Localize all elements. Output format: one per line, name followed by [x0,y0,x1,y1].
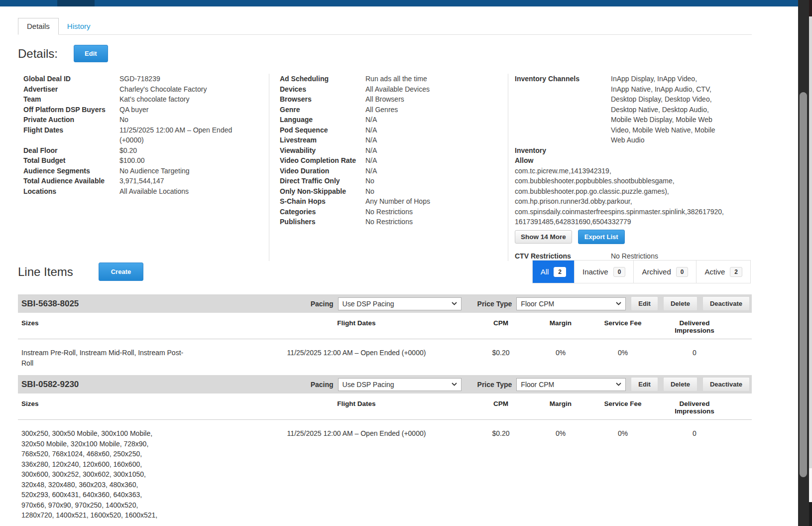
field-value: No Restrictions [611,251,658,262]
allow-label: Allow [515,155,611,166]
cpm-value: $0.20 [466,348,536,368]
field-label: Locations [23,186,119,197]
field-label: CTV Restrictions [515,251,611,262]
field-value: No Audience Targeting [119,166,244,176]
pacing-label: Pacing [311,300,334,308]
scrollbar-track[interactable] [798,0,809,526]
create-line-item-button[interactable]: Create [99,263,143,281]
window-edge-dark-top [809,0,812,16]
filter-label: All [541,267,549,276]
field-label: Off Platform DSP Buyers [23,105,119,115]
field-label: Inventory Channels [515,74,611,145]
field-label: Team [23,94,119,105]
column-header-flight-dates: Flight Dates [247,319,466,334]
flight-dates-value: 11/25/2025 12:00 AM – Open Ended (+0000) [247,348,466,368]
field-label: Global Deal ID [23,74,119,84]
pacing-select[interactable]: Use DSP Pacing [338,297,462,310]
price-type-select[interactable]: Floor CPM [516,378,626,391]
edit-details-button[interactable]: Edit [74,45,108,62]
field-value: N/A [365,115,377,125]
filter-tab-archived[interactable]: Archived0 [633,261,696,283]
column-header-cpm: CPM [466,400,536,415]
details-header: Details: Edit [18,45,108,62]
sizes-value: Instream Pre-Roll, Instream Mid-Roll, In… [21,348,188,368]
field-label: Total Budget [23,155,119,166]
field-value: N/A [365,155,377,166]
field-label: Pod Sequence [280,125,365,135]
line-item-table-header: Sizes Flight Dates CPM Margin Service Fe… [18,397,752,420]
line-item-table-header: Sizes Flight Dates CPM Margin Service Fe… [18,316,752,339]
column-header-flight-dates: Flight Dates [247,400,466,415]
field-value: No Restrictions [365,217,413,227]
delete-line-item-button[interactable]: Delete [663,296,697,311]
filter-tab-all[interactable]: All2 [533,261,574,283]
pacing-label: Pacing [311,381,334,389]
price-type-label: Price Type [477,300,512,308]
filter-label: Archived [642,267,671,276]
delivered-impressions-value: 0 [660,348,752,368]
inventory-heading: Inventory [515,145,611,156]
filter-tab-active[interactable]: Active2 [696,261,750,283]
field-value: All Genres [365,105,398,115]
field-label: Video Duration [280,166,365,176]
column-header-service-fee: Service Fee [585,319,660,334]
show-more-button[interactable]: Show 14 More [515,230,572,244]
flight-dates-value: 11/25/2025 12:00 AM – Open Ended (+0000) [247,428,466,521]
field-value: All Available Devices [365,84,430,95]
tab-history[interactable]: History [59,18,99,34]
field-label: Total Audience Available [23,176,119,186]
tab-details[interactable]: Details [18,18,59,35]
top-nav-bar [0,0,802,6]
field-label: Publishers [280,217,365,227]
field-value: Charley's Chocolate Factory [119,84,244,95]
pacing-select[interactable]: Use DSP Pacing [338,378,462,391]
filter-count-badge: 2 [730,267,742,277]
field-label: Ad Scheduling [280,74,365,84]
field-value: N/A [365,145,377,156]
line-items-header: Line Items Create [18,263,143,281]
field-value: Kat's chocolate factory [119,94,244,105]
column-header-service-fee: Service Fee [585,400,660,415]
filter-tab-inactive[interactable]: Inactive0 [574,261,633,283]
chevron-down-icon [452,302,457,305]
line-item-row: Instream Pre-Roll, Instream Mid-Roll, In… [18,339,752,368]
field-value: N/A [365,166,377,176]
chevron-down-icon [616,383,621,386]
line-item-header-bar: SBI-0582-9230 Pacing Use DSP Pacing Pric… [18,375,752,394]
edit-line-item-button[interactable]: Edit [631,296,658,311]
column-header-margin: Margin [536,319,585,334]
price-type-label: Price Type [477,381,512,389]
inventory-allow-list: com.tc.picrew.me,1413942319, com.bubbles… [515,166,749,227]
line-item-row: 300x250, 300x50 Mobile, 300x100 Mobile, … [18,420,752,521]
price-type-select[interactable]: Floor CPM [516,297,626,310]
field-value: 11/25/2025 12:00 AM – Open Ended (+0000) [119,125,244,145]
field-value: $100.00 [119,155,244,166]
field-label: Devices [280,84,365,95]
details-column-3: Inventory ChannelsInApp Display, InApp V… [508,74,752,261]
deactivate-line-item-button[interactable]: Deactivate [702,296,750,311]
details-column-1: Global Deal IDSGD-718239 AdvertiserCharl… [18,74,269,261]
line-item-header-bar: SBI-5638-8025 Pacing Use DSP Pacing Pric… [18,294,752,313]
field-value: $0.20 [119,145,244,156]
line-items-heading: Line Items [18,265,73,279]
price-type-select-value: Floor CPM [521,300,554,308]
export-list-button[interactable]: Export List [578,230,625,244]
column-header-delivered-impressions: Delivered Impressions [660,319,752,334]
edit-line-item-button[interactable]: Edit [631,377,658,392]
pacing-select-value: Use DSP Pacing [343,381,394,389]
scrollbar-thumb[interactable] [800,92,807,477]
field-label: Private Auction [23,115,119,125]
delete-line-item-button[interactable]: Delete [663,377,697,392]
field-label: Livestream [280,135,365,145]
line-item-id: SBI-0582-9230 [21,380,79,390]
field-label: Direct Traffic Only [280,176,365,186]
chevron-down-icon [452,383,457,386]
chevron-down-icon [616,302,621,305]
deactivate-line-item-button[interactable]: Deactivate [702,377,750,392]
field-label: Advertiser [23,84,119,95]
window-edge-strip [809,0,812,526]
column-header-delivered-impressions: Delivered Impressions [660,400,752,415]
field-label: Flight Dates [23,125,119,145]
margin-value: 0% [536,428,585,521]
column-header-cpm: CPM [466,319,536,334]
